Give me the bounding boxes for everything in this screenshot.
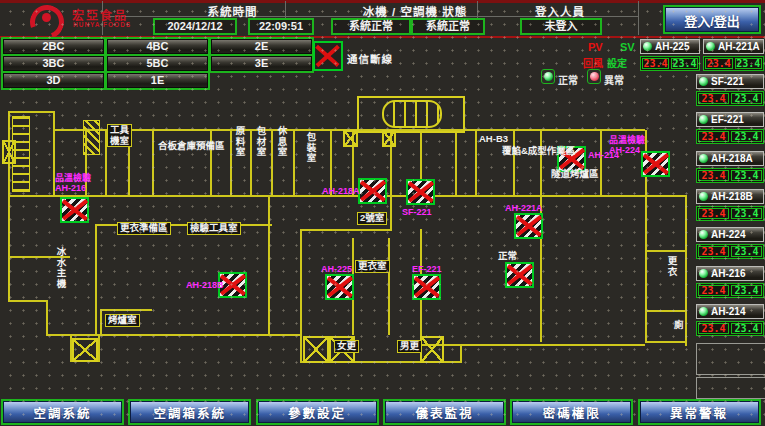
normal-legend-label: 正常 [558, 72, 578, 87]
room-label: 冰水主機 [55, 247, 66, 289]
wall-segment [95, 224, 97, 336]
ahu-marker-label: AH-225 [321, 264, 352, 274]
room-label: 更衣 [666, 256, 677, 277]
nav-button-1-空調箱系統[interactable]: 空調箱系統 [130, 401, 249, 423]
nav-button-2-參數設定[interactable]: 參數設定 [258, 401, 377, 423]
wall-segment [46, 334, 96, 336]
wall-segment [152, 130, 154, 196]
room-label: 男更 [397, 340, 422, 353]
wall-segment [271, 130, 273, 196]
room-label: 2號室 [357, 212, 387, 225]
ahu-offline-marker-9[interactable] [505, 262, 534, 288]
comm-loss-label: 通信斷線 [347, 51, 393, 66]
wall-segment [300, 229, 302, 363]
nav-button-3-儀表監視[interactable]: 儀表監視 [385, 401, 504, 423]
zone-button-2bc[interactable]: 2BC [3, 39, 104, 54]
equipment-button-ah-218b[interactable]: AH-218B [696, 189, 764, 204]
nav-button-4-密碼權限[interactable]: 密碼權限 [512, 401, 631, 423]
zone-button-3bc[interactable]: 3BC [3, 56, 104, 71]
zone-button-3e[interactable]: 3E [211, 56, 312, 71]
pv-value: 23.4 [698, 208, 729, 219]
zone-button-1e[interactable]: 1E [107, 73, 208, 88]
status-led-icon [706, 42, 715, 51]
status-led-icon [699, 192, 708, 201]
ahu-offline-marker-sf-221[interactable] [406, 179, 435, 205]
status-led-icon [699, 77, 708, 86]
equipment-button-sf-221[interactable]: SF-221 [696, 74, 764, 89]
equipment-button-ah-224[interactable]: AH-224 [696, 227, 764, 242]
ahu-offline-marker-ah-218a[interactable] [358, 178, 387, 204]
pv-name-label: 回風 [583, 55, 603, 70]
login-logout-button[interactable]: 登入/登出 [665, 7, 759, 32]
ahu-marker-label: 品溫檢驗 AH-224 [609, 135, 645, 155]
nav-button-0-空調系統[interactable]: 空調系統 [3, 401, 122, 423]
wall-segment [250, 130, 252, 196]
ahu-offline-marker-ef-221[interactable] [412, 274, 441, 300]
room-label: 正常 [498, 251, 517, 262]
wall-segment [268, 196, 270, 336]
wall-segment [100, 309, 152, 311]
pv-value: 23.4 [698, 323, 729, 334]
ahu-marker-label: AH-221A [505, 203, 543, 213]
wall-segment [390, 196, 392, 231]
ahu-offline-marker-ah-225[interactable] [325, 274, 354, 300]
ac-status: 系統正常 [411, 18, 485, 35]
company-logo-icon [42, 13, 51, 22]
pv-value: 23.4 [698, 93, 729, 104]
equipment-name: AH-214 [711, 306, 745, 317]
system-time-label: 系統時間 [150, 3, 315, 15]
zone-button-5bc[interactable]: 5BC [107, 56, 208, 71]
ahu-offline-marker-品溫檢驗-ah-216[interactable] [60, 197, 89, 223]
equipment-name: AH-221A [718, 41, 760, 52]
company-name-en: HUNYA FOODS [73, 21, 131, 28]
zone-button-2e[interactable]: 2E [211, 39, 312, 54]
room-label: 隧道烤爐區 [551, 169, 599, 180]
wall-segment [46, 300, 48, 336]
equipment-button-ah-221a[interactable]: AH-221A [703, 39, 764, 54]
sv-value: 23.4 [731, 208, 762, 219]
ahu-marker-label: EF-221 [412, 264, 442, 274]
stair-x-symbol [420, 336, 444, 363]
wall-segment [98, 336, 100, 362]
room-label: 包材室 [255, 126, 266, 158]
equipment-button-ef-221[interactable]: EF-221 [696, 112, 764, 127]
hvac-scada-screen: 宏亞食品 HUNYA FOODS 系統時間 2024/12/12 22:09:5… [0, 0, 765, 426]
status-led-icon [699, 230, 708, 239]
stair-x-symbol [72, 338, 98, 362]
equipment-values-ah-221a: 23.423.4 [703, 56, 764, 71]
zone-button-4bc[interactable]: 4BC [107, 39, 208, 54]
equipment-name: AH-224 [711, 229, 745, 240]
pv-value: 23.4 [642, 58, 669, 69]
wall-segment [645, 310, 685, 312]
equipment-button-ah-216[interactable]: AH-216 [696, 266, 764, 281]
status-led-icon [699, 307, 708, 316]
equipment-values-ef-221: 23.423.4 [696, 129, 764, 144]
wall-segment [95, 334, 302, 336]
wall-segment [100, 309, 102, 336]
zone-button-3d[interactable]: 3D [3, 73, 104, 88]
sv-value: 23.4 [731, 170, 762, 181]
status-led-icon [643, 42, 652, 51]
equipment-button-ah-218a[interactable]: AH-218A [696, 151, 764, 166]
wall-segment [8, 111, 55, 113]
status-led-icon [699, 269, 708, 278]
wall-segment [293, 130, 295, 196]
abnormal-led-icon [587, 69, 601, 84]
equipment-values-ah-216: 23.423.4 [696, 283, 764, 298]
sv-header: SV [620, 41, 635, 53]
wall-segment [540, 130, 542, 196]
equipment-button-ah-225[interactable]: AH-225 [640, 39, 700, 54]
pv-value: 23.4 [698, 246, 729, 257]
nav-button-5-異常警報[interactable]: 異常警報 [640, 401, 759, 423]
abnormal-legend-label: 異常 [604, 72, 624, 87]
stairs-icon [83, 120, 100, 155]
wall-segment [513, 130, 515, 196]
equipment-button-ah-214[interactable]: AH-214 [696, 304, 764, 319]
equipment-values-ah-214: 23.423.4 [696, 321, 764, 336]
status-led-icon [699, 115, 708, 124]
ahu-offline-marker-品溫檢驗-ah-224[interactable] [641, 151, 670, 177]
ahu-offline-marker-ah-221a[interactable] [514, 213, 543, 239]
vent-fan-icon [382, 100, 442, 128]
normal-led-icon [541, 69, 555, 84]
pv-value: 23.4 [698, 170, 729, 181]
